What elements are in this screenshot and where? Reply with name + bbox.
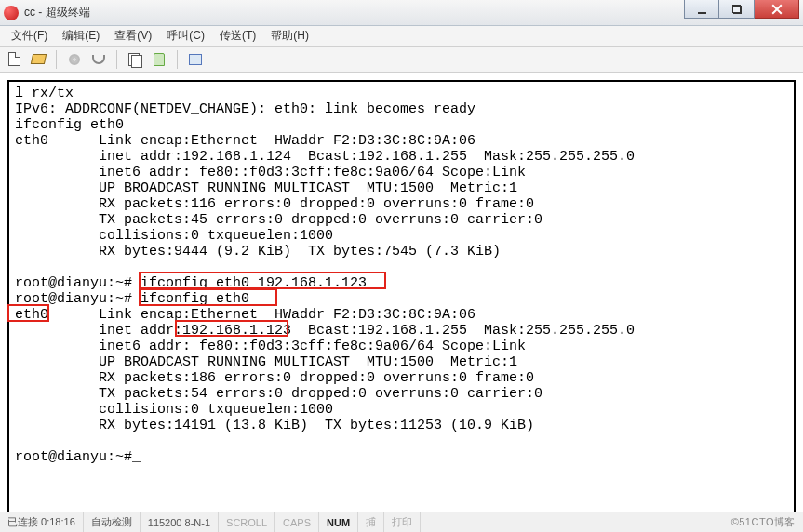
menu-transfer[interactable]: 传送(T) bbox=[212, 26, 263, 46]
open-folder-icon bbox=[30, 54, 46, 64]
window-controls bbox=[684, 0, 799, 25]
send-icon bbox=[128, 53, 141, 66]
call-button[interactable] bbox=[64, 49, 85, 70]
status-caps: CAPS bbox=[275, 512, 319, 532]
receive-icon bbox=[154, 53, 165, 66]
close-button[interactable] bbox=[755, 0, 799, 19]
highlight-box-iface bbox=[7, 304, 49, 322]
receive-button[interactable] bbox=[149, 49, 169, 70]
menu-view[interactable]: 查看(V) bbox=[107, 26, 159, 46]
restore-icon bbox=[732, 6, 742, 13]
open-button[interactable] bbox=[28, 49, 48, 70]
properties-icon bbox=[189, 54, 202, 65]
phone-icon bbox=[69, 54, 80, 65]
app-icon bbox=[4, 6, 19, 20]
disconnect-icon bbox=[92, 55, 105, 64]
send-button[interactable] bbox=[125, 49, 145, 70]
menubar: 文件(F) 编辑(E) 查看(V) 呼叫(C) 传送(T) 帮助(H) bbox=[0, 26, 803, 47]
status-num: NUM bbox=[319, 512, 358, 532]
menu-edit[interactable]: 编辑(E) bbox=[55, 26, 107, 46]
close-icon bbox=[771, 4, 783, 15]
menu-call[interactable]: 呼叫(C) bbox=[159, 26, 212, 46]
status-portinfo: 115200 8-N-1 bbox=[141, 512, 219, 532]
status-autodetect: 自动检测 bbox=[84, 512, 141, 532]
toolbar-separator bbox=[116, 50, 117, 69]
menu-help[interactable]: 帮助(H) bbox=[263, 26, 316, 46]
disconnect-button[interactable] bbox=[88, 49, 109, 70]
statusbar: 已连接 0:18:16 自动检测 115200 8-N-1 SCROLL CAP… bbox=[0, 512, 803, 532]
toolbar-separator bbox=[56, 50, 57, 69]
properties-button[interactable] bbox=[185, 49, 206, 70]
highlight-box-cmd-setip bbox=[139, 272, 386, 289]
highlight-box-ip bbox=[175, 320, 288, 337]
status-connected: 已连接 0:18:16 bbox=[0, 512, 84, 532]
menu-file[interactable]: 文件(F) bbox=[4, 26, 55, 46]
new-button[interactable] bbox=[4, 49, 24, 70]
terminal-scroll-area[interactable]: l rx/tx IPv6: ADDRCONF(NETDEV_CHANGE): e… bbox=[0, 73, 803, 512]
window-title: cc - 超级终端 bbox=[24, 5, 90, 20]
titlebar: cc - 超级终端 bbox=[0, 0, 803, 26]
highlight-box-cmd-show bbox=[139, 288, 277, 306]
status-print: 打印 bbox=[384, 512, 421, 532]
new-file-icon bbox=[8, 52, 20, 66]
maximize-button[interactable] bbox=[719, 0, 755, 19]
minimize-button[interactable] bbox=[684, 0, 719, 19]
toolbar bbox=[0, 47, 803, 73]
toolbar-separator bbox=[177, 50, 178, 69]
status-scroll: SCROLL bbox=[219, 512, 275, 532]
status-capture: 捕 bbox=[358, 512, 384, 532]
watermark: ©51CTO博客 bbox=[731, 515, 803, 529]
terminal-output[interactable]: l rx/tx IPv6: ADDRCONF(NETDEV_CHANGE): e… bbox=[7, 80, 796, 512]
